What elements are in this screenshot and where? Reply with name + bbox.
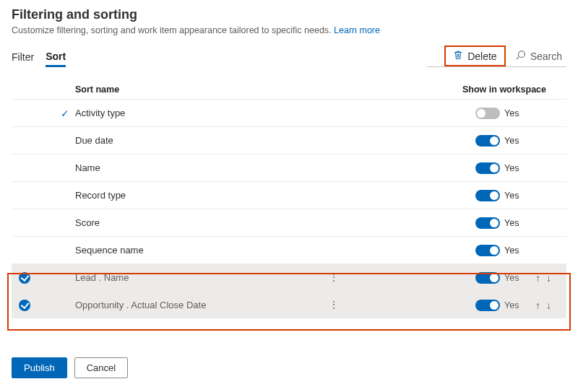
table-row[interactable]: Name Yes xyxy=(12,154,566,181)
toggle-label: Yes xyxy=(500,300,523,310)
toggle-label: Yes xyxy=(500,218,523,228)
row-name: Lead . Name xyxy=(75,272,319,283)
table-row[interactable]: Opportunity . Actual Close Date ⋮ Yes ↑ … xyxy=(12,291,566,318)
row-name: Sequence name xyxy=(75,245,319,256)
row-name: Opportunity . Actual Close Date xyxy=(75,300,319,310)
toggle-show[interactable] xyxy=(475,272,500,284)
more-actions-icon[interactable]: ⋮ xyxy=(329,299,339,310)
toggle-label: Yes xyxy=(500,191,523,201)
table-row[interactable]: Sequence name Yes xyxy=(12,236,566,263)
toggle-label: Yes xyxy=(500,163,523,173)
column-header-name[interactable]: Sort name xyxy=(75,84,318,95)
search-icon xyxy=(516,50,526,62)
column-header-show[interactable]: Show in workspace xyxy=(462,84,564,95)
move-up-icon[interactable]: ↑ xyxy=(535,272,540,284)
toggle-label: Yes xyxy=(500,273,523,283)
delete-button[interactable]: Delete xyxy=(444,45,505,66)
toggle-show[interactable] xyxy=(475,108,500,119)
row-name: Name xyxy=(75,162,319,173)
toggle-show[interactable] xyxy=(475,300,500,311)
toggle-show[interactable] xyxy=(475,217,500,229)
cancel-button[interactable]: Cancel xyxy=(74,357,128,378)
row-name: Due date xyxy=(75,135,319,146)
tab-sort[interactable]: Sort xyxy=(46,46,66,67)
table-row[interactable]: Due date Yes xyxy=(12,126,566,154)
table-header-row: Sort name Show in workspace xyxy=(12,80,566,99)
right-actions: Delete Search xyxy=(427,45,566,67)
move-up-icon[interactable]: ↑ xyxy=(535,300,540,311)
table-row[interactable]: ✓ Activity type Yes xyxy=(12,99,566,126)
row-selected-icon[interactable] xyxy=(19,272,30,284)
tab-filter[interactable]: Filter xyxy=(12,47,34,67)
table-row[interactable]: Score Yes xyxy=(12,209,566,236)
footer-actions: Publish Cancel xyxy=(12,357,566,378)
check-icon: ✓ xyxy=(61,108,69,119)
learn-more-link[interactable]: Learn more xyxy=(334,25,380,35)
table-row[interactable]: Lead . Name ⋮ Yes ↑ ↓ xyxy=(12,263,566,291)
page-subtitle: Customize filtering, sorting and work it… xyxy=(12,25,566,35)
more-actions-icon[interactable]: ⋮ xyxy=(329,271,339,283)
row-selected-icon[interactable] xyxy=(19,300,30,311)
search-box[interactable]: Search xyxy=(512,47,566,65)
move-down-icon[interactable]: ↓ xyxy=(546,300,551,311)
toggle-show[interactable] xyxy=(475,135,500,147)
delete-label: Delete xyxy=(467,51,496,62)
table-row[interactable]: Record type Yes xyxy=(12,181,566,209)
toggle-show[interactable] xyxy=(475,245,500,256)
tab-strip: Filter Sort xyxy=(12,46,66,67)
row-name: Activity type xyxy=(75,108,319,118)
row-name: Record type xyxy=(75,190,319,201)
search-placeholder: Search xyxy=(530,51,562,62)
toggle-label: Yes xyxy=(500,136,523,146)
publish-button[interactable]: Publish xyxy=(12,357,67,378)
toggle-show[interactable] xyxy=(475,190,500,201)
page-title: Filtering and sorting xyxy=(12,7,566,22)
toggle-label: Yes xyxy=(500,245,523,256)
subtitle-text: Customize filtering, sorting and work it… xyxy=(12,25,334,35)
svg-point-0 xyxy=(518,51,525,58)
toggle-label: Yes xyxy=(500,108,523,118)
delete-icon xyxy=(453,50,463,62)
sort-table: Sort name Show in workspace ✓ Activity t… xyxy=(12,80,566,318)
move-down-icon[interactable]: ↓ xyxy=(546,272,551,284)
row-name: Score xyxy=(75,217,319,228)
toggle-show[interactable] xyxy=(475,162,500,174)
